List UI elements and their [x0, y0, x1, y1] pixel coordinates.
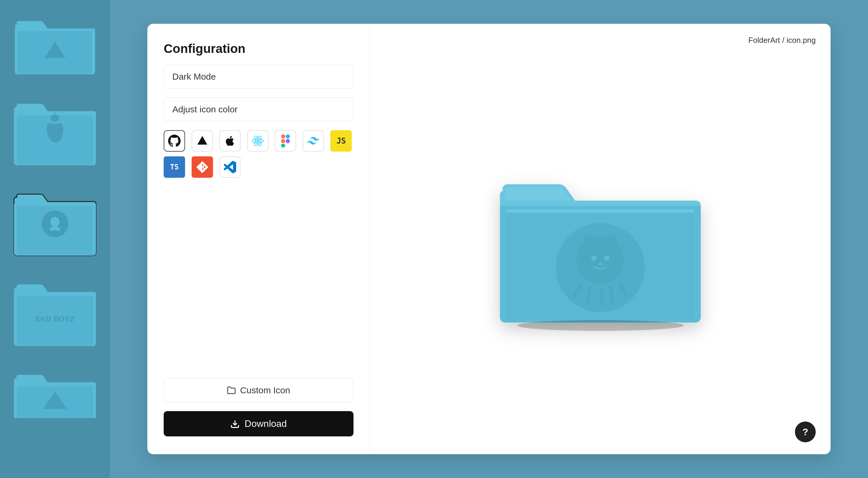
svg-point-20 [604, 256, 610, 261]
ts-label: TS [170, 163, 179, 171]
adjust-color-label: Adjust icon color [172, 104, 238, 115]
help-button[interactable]: ? [795, 421, 816, 442]
icon-grid: JS TS [164, 130, 353, 178]
config-title: Configuration [164, 41, 353, 56]
sidebar-folder-github[interactable] [13, 181, 97, 259]
sidebar-folder-mountain2[interactable] [13, 361, 97, 422]
icon-github[interactable] [164, 130, 185, 152]
preview-area [385, 45, 816, 442]
custom-icon-button[interactable]: Custom Icon [164, 379, 353, 402]
custom-icon-label: Custom Icon [240, 385, 290, 395]
icon-vercel[interactable] [192, 130, 213, 152]
svg-rect-13 [286, 139, 290, 143]
folder-preview-svg [496, 155, 704, 333]
sidebar: $AD BOYZ [0, 0, 110, 478]
breadcrumb-current: icon.png [786, 36, 816, 44]
folder-preview [496, 155, 704, 333]
icon-vscode[interactable] [219, 156, 241, 178]
icon-apple[interactable] [219, 130, 241, 152]
icon-git[interactable] [192, 156, 213, 178]
sidebar-folder-sadboyz[interactable]: $AD BOYZ [13, 271, 97, 350]
svg-text:$AD BOYZ: $AD BOYZ [35, 314, 75, 323]
config-panel: Configuration Dark Mode Adjust icon colo… [147, 24, 370, 454]
svg-point-3 [57, 228, 60, 230]
icon-ts[interactable]: TS [164, 156, 185, 178]
panel-card: Configuration Dark Mode Adjust icon colo… [147, 24, 831, 454]
download-label: Download [245, 418, 287, 429]
svg-rect-12 [281, 139, 285, 143]
help-icon: ? [802, 426, 808, 438]
svg-point-2 [50, 228, 53, 230]
svg-rect-11 [286, 135, 290, 139]
breadcrumb: FolderArt / icon.png [748, 36, 816, 45]
svg-rect-10 [281, 135, 285, 139]
icon-tailwind[interactable] [303, 130, 324, 152]
svg-point-6 [256, 140, 259, 142]
sidebar-folder-apple[interactable] [13, 90, 97, 169]
icon-figma[interactable] [275, 130, 296, 152]
svg-point-19 [591, 256, 596, 261]
icon-js[interactable]: JS [330, 130, 352, 152]
main-panel: Configuration Dark Mode Adjust icon colo… [110, 24, 868, 454]
svg-point-16 [517, 320, 684, 331]
preview-panel: FolderArt / icon.png [370, 24, 831, 454]
download-button[interactable]: Download [164, 411, 353, 437]
svg-point-18 [577, 236, 624, 284]
download-icon [230, 419, 240, 429]
svg-point-21 [598, 263, 602, 265]
sidebar-folder-mountain[interactable] [13, 6, 97, 79]
folder-icon [227, 386, 236, 395]
icon-react[interactable] [247, 130, 269, 152]
dark-mode-option[interactable]: Dark Mode [164, 65, 353, 89]
dark-mode-label: Dark Mode [172, 72, 216, 82]
breadcrumb-separator: / [782, 36, 786, 44]
svg-rect-14 [281, 144, 285, 147]
breadcrumb-parent: FolderArt [748, 36, 780, 44]
js-label: JS [337, 137, 346, 145]
adjust-color-option[interactable]: Adjust icon color [164, 97, 353, 121]
